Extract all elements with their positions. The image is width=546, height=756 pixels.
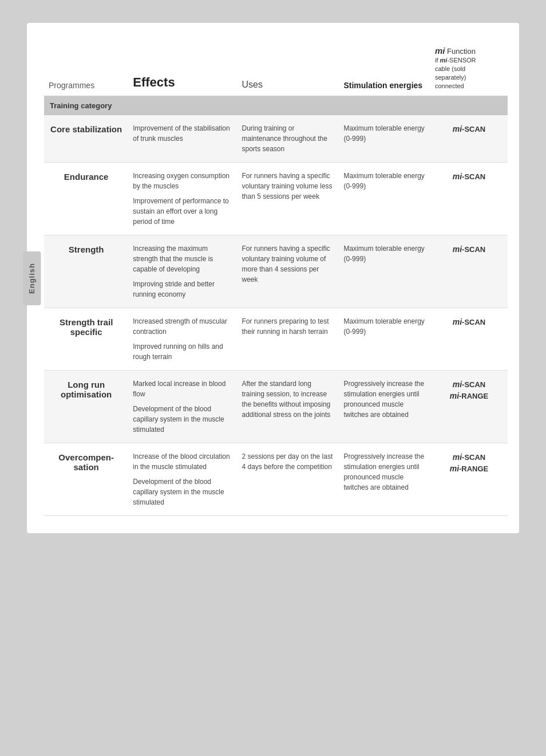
cell-uses: During training or maintenance throughou… bbox=[237, 115, 339, 163]
category-row: Training category bbox=[44, 96, 508, 115]
header-uses: Uses bbox=[237, 40, 339, 96]
header-stimulation: Stimulation energies bbox=[339, 40, 430, 96]
cell-uses: For runners having a specific voluntary … bbox=[237, 235, 339, 308]
table-row: Long run optimisationMarked local increa… bbox=[44, 371, 508, 443]
side-tab: English bbox=[23, 251, 41, 305]
cell-mi-function: mi-SCANmi-RANGE bbox=[430, 371, 508, 443]
cell-programme: Overcompen-sation bbox=[44, 443, 128, 516]
cell-mi-function: mi-SCAN bbox=[430, 308, 508, 371]
table-row: Strength trail specificIncreased strengt… bbox=[44, 308, 508, 371]
cell-mi-function: mi-SCAN bbox=[430, 163, 508, 235]
table-row: StrengthIncreasing the maximum strength … bbox=[44, 235, 508, 308]
cell-programme: Core stabilization bbox=[44, 115, 128, 163]
cell-uses: After the standard long training session… bbox=[237, 371, 339, 443]
cell-programme: Strength trail specific bbox=[44, 308, 128, 371]
cell-uses: For runners having a specific voluntary … bbox=[237, 163, 339, 235]
cell-effects: Improvement of the stabilisation of trun… bbox=[128, 115, 237, 163]
cell-programme: Strength bbox=[44, 235, 128, 308]
cell-mi-function: mi-SCANmi-RANGE bbox=[430, 443, 508, 516]
cell-stimulation: Maximum tolerable energy (0-999) bbox=[339, 308, 430, 371]
cell-effects: Increase of the blood circulation in the… bbox=[128, 443, 237, 516]
table-row: Core stabilizationImprovement of the sta… bbox=[44, 115, 508, 163]
cell-stimulation: Maximum tolerable energy (0-999) bbox=[339, 163, 430, 235]
table-body: Training categoryCore stabilizationImpro… bbox=[44, 96, 508, 516]
cell-stimulation: Progressively increase the stimulation e… bbox=[339, 443, 430, 516]
cell-programme: Endurance bbox=[44, 163, 128, 235]
cell-stimulation: Maximum tolerable energy (0-999) bbox=[339, 115, 430, 163]
main-table: Programmes Effects Uses Stimulation ener… bbox=[44, 40, 508, 516]
table-row: EnduranceIncreasing oxygen consumption b… bbox=[44, 163, 508, 235]
cell-effects: Increasing oxygen consumption by the mus… bbox=[128, 163, 237, 235]
cell-uses: 2 sessions per day on the last 4 days be… bbox=[237, 443, 339, 516]
cell-stimulation: Maximum tolerable energy (0-999) bbox=[339, 235, 430, 308]
cell-uses: For runners preparing to test their runn… bbox=[237, 308, 339, 371]
header-row: Programmes Effects Uses Stimulation ener… bbox=[44, 40, 508, 96]
header-effects: Effects bbox=[128, 40, 237, 96]
cell-mi-function: mi-SCAN bbox=[430, 235, 508, 308]
cell-programme: Long run optimisation bbox=[44, 371, 128, 443]
cell-effects: Increasing the maximum strength that the… bbox=[128, 235, 237, 308]
page-container: English Programmes Effects Uses Stimulat… bbox=[27, 23, 519, 533]
table-row: Overcompen-sationIncrease of the blood c… bbox=[44, 443, 508, 516]
header-programmes: Programmes bbox=[44, 40, 128, 96]
cell-stimulation: Progressively increase the stimulation e… bbox=[339, 371, 430, 443]
cell-effects: Increased strength of muscular contracti… bbox=[128, 308, 237, 371]
header-mi-function: mi mi Function Function if mi-SENSOR cab… bbox=[430, 40, 508, 96]
cell-mi-function: mi-SCAN bbox=[430, 115, 508, 163]
cell-effects: Marked local increase in blood flowDevel… bbox=[128, 371, 237, 443]
